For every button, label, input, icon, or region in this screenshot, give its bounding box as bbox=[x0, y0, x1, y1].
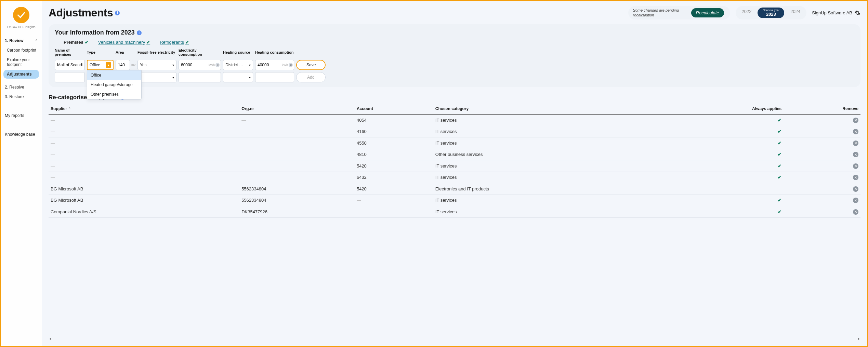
main-content: Adjustments i Some changes are pending r… bbox=[42, 1, 867, 346]
clear-icon[interactable]: ✕ bbox=[215, 63, 220, 67]
remove-icon[interactable]: ✕ bbox=[853, 209, 858, 215]
cell-remove: ✕ bbox=[784, 149, 860, 160]
year-pill-2023[interactable]: Financial year 2023 bbox=[758, 8, 784, 18]
info-icon[interactable]: i bbox=[115, 11, 120, 15]
cell-org bbox=[239, 149, 355, 160]
premises-area-input[interactable] bbox=[116, 60, 130, 70]
cell-category: IT services bbox=[433, 160, 655, 172]
recalculate-button[interactable]: Recalculate bbox=[691, 8, 724, 17]
nav-item-resolve[interactable]: 2. Resolve bbox=[3, 83, 39, 92]
suppliers-table-wrap[interactable]: Supplier ⌃ Org.nr Account Chosen categor… bbox=[49, 104, 860, 336]
cell-account bbox=[355, 206, 433, 218]
cell-supplier: — bbox=[49, 114, 239, 126]
cell-category: Electronics and IT products bbox=[433, 183, 655, 195]
th-supplier[interactable]: Supplier ⌃ bbox=[49, 104, 239, 114]
add-button[interactable]: Add bbox=[296, 72, 326, 82]
cell-supplier: — bbox=[49, 149, 239, 160]
check-icon: ✔ bbox=[146, 40, 150, 45]
type-dropdown: Office Heated garage/storage Other premi… bbox=[87, 70, 142, 99]
cell-category: IT services bbox=[433, 114, 655, 126]
electricity-input-empty[interactable] bbox=[179, 72, 221, 82]
cell-always: ✔ bbox=[655, 126, 784, 137]
cell-remove: ✕ bbox=[784, 160, 860, 172]
chevron-down-icon: ▾ bbox=[249, 63, 251, 67]
save-button[interactable]: Save bbox=[296, 60, 326, 70]
tab-premises[interactable]: Premises ✔ bbox=[64, 40, 89, 45]
heating-input-empty[interactable] bbox=[255, 72, 294, 82]
fossil-free-select[interactable]: Yes ▾ bbox=[137, 60, 176, 70]
type-option-other[interactable]: Other premises bbox=[87, 90, 141, 99]
table-row: —4550IT services✔✕ bbox=[49, 137, 860, 149]
fossil-free-select-empty[interactable]: ▾ bbox=[137, 72, 176, 82]
cell-account: — bbox=[355, 195, 433, 206]
org-switcher[interactable]: SignUp Software AB bbox=[812, 10, 860, 16]
nav-item-adjustments[interactable]: Adjustments bbox=[3, 70, 39, 79]
scroll-right-icon[interactable]: ▸ bbox=[858, 337, 860, 341]
remove-icon[interactable]: ✕ bbox=[853, 152, 858, 157]
page-title: Adjustments i bbox=[49, 6, 120, 19]
cell-account: 4160 bbox=[355, 126, 433, 137]
info-tabs: Premises ✔ Vehicles and machinery ✔ Refr… bbox=[55, 40, 854, 45]
cell-supplier: BG Microsoft AB bbox=[49, 183, 239, 195]
th-always[interactable]: Always applies bbox=[655, 104, 784, 114]
heating-source-select-empty[interactable]: ▾ bbox=[223, 72, 253, 82]
premises-name-input-empty[interactable] bbox=[55, 72, 85, 82]
remove-icon[interactable]: ✕ bbox=[853, 141, 858, 146]
chevron-down-icon: ▾ bbox=[172, 63, 174, 67]
th-org[interactable]: Org.nr bbox=[239, 104, 355, 114]
tab-vehicles[interactable]: Vehicles and machinery ✔ bbox=[98, 40, 150, 45]
col-area: Area bbox=[116, 50, 135, 56]
cell-account: 6432 bbox=[355, 172, 433, 183]
info-icon[interactable]: i bbox=[137, 30, 142, 35]
year-pill-2024[interactable]: 2024 bbox=[786, 8, 805, 18]
check-icon: ✔ bbox=[778, 141, 781, 146]
nav-item-restore[interactable]: 3. Restore bbox=[3, 92, 39, 101]
horizontal-scrollbar[interactable]: ◂ ▸ bbox=[49, 336, 860, 341]
th-account[interactable]: Account bbox=[355, 104, 433, 114]
cell-category: IT services bbox=[433, 172, 655, 183]
cell-remove: ✕ bbox=[784, 172, 860, 183]
nav-item-explore-footprint[interactable]: Explore your footprint bbox=[3, 55, 39, 69]
scroll-left-icon[interactable]: ◂ bbox=[49, 337, 51, 341]
table-row: —4810Other business services✔✕ bbox=[49, 149, 860, 160]
remove-icon[interactable]: ✕ bbox=[853, 198, 858, 203]
remove-icon[interactable]: ✕ bbox=[853, 175, 858, 180]
th-category[interactable]: Chosen category bbox=[433, 104, 655, 114]
cell-org: DK35477926 bbox=[239, 206, 355, 218]
premises-name-input[interactable] bbox=[55, 60, 85, 70]
suppliers-table: Supplier ⌃ Org.nr Account Chosen categor… bbox=[49, 104, 860, 218]
th-remove[interactable]: Remove bbox=[784, 104, 860, 114]
type-option-office[interactable]: Office bbox=[87, 70, 141, 80]
type-option-garage[interactable]: Heated garage/storage bbox=[87, 80, 141, 90]
nav-item-carbon-footprint[interactable]: Carbon footprint bbox=[3, 46, 39, 55]
col-elec: Electricity consumption bbox=[179, 48, 221, 58]
cell-supplier: — bbox=[49, 172, 239, 183]
heating-source-select[interactable]: District … ▾ bbox=[223, 60, 253, 70]
check-icon: ✔ bbox=[778, 175, 781, 180]
cell-always: ✔ bbox=[655, 195, 784, 206]
heating-input[interactable] bbox=[255, 60, 294, 70]
area-unit: m2 bbox=[131, 63, 136, 67]
cell-always: ✔ bbox=[655, 114, 784, 126]
nav-item-knowledge-base[interactable]: Knowledge base bbox=[3, 130, 39, 139]
clear-icon[interactable]: ✕ bbox=[289, 63, 293, 67]
cell-org bbox=[239, 137, 355, 149]
chevron-down-icon: ▾ bbox=[249, 76, 251, 79]
table-row: —6432IT services✔✕ bbox=[49, 172, 860, 183]
remove-icon[interactable]: ✕ bbox=[853, 186, 858, 192]
tab-refrigerants[interactable]: Refrigerants ✔ bbox=[160, 40, 189, 45]
remove-icon[interactable]: ✕ bbox=[853, 118, 858, 123]
nav-item-my-reports[interactable]: My reports bbox=[3, 111, 39, 120]
cell-org bbox=[239, 160, 355, 172]
cell-account: 5420 bbox=[355, 160, 433, 172]
premises-type-select[interactable]: Office ▴ bbox=[87, 60, 114, 70]
year-pill-2022[interactable]: 2022 bbox=[737, 8, 757, 18]
table-row: ——4054IT services✔✕ bbox=[49, 114, 860, 126]
nav-section-review[interactable]: 1. Review ⌃ bbox=[3, 36, 39, 45]
cell-always: ✔ bbox=[655, 137, 784, 149]
cell-always: ✔ bbox=[655, 206, 784, 218]
remove-icon[interactable]: ✕ bbox=[853, 129, 858, 134]
check-icon: ✔ bbox=[778, 209, 781, 214]
remove-icon[interactable]: ✕ bbox=[853, 163, 858, 169]
cell-category: IT services bbox=[433, 126, 655, 137]
